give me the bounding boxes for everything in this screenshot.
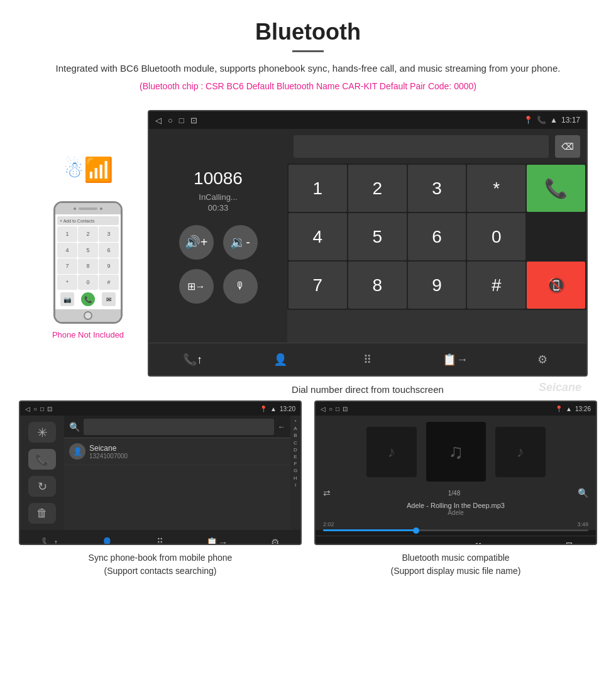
music-play-icon[interactable]: ⏸ bbox=[471, 540, 485, 545]
pb-alpha-a: A bbox=[294, 425, 297, 432]
numpad-key-7[interactable]: 7 bbox=[289, 262, 347, 309]
dialer-input-box[interactable] bbox=[294, 135, 549, 158]
pb-bluetooth-icon[interactable]: ✳ bbox=[28, 422, 56, 443]
pb-status-right: 📍 ▲ 13:20 bbox=[260, 405, 295, 412]
numpad-key-4[interactable]: 4 bbox=[289, 213, 347, 260]
pb-alpha-e: E bbox=[294, 453, 297, 460]
call-button[interactable]: 📞 bbox=[527, 165, 585, 212]
bottom-screenshots-area: ◁ ○ □ ⊡ 📍 ▲ 13:20 ✳ 📞 ↻ 🗑 bbox=[0, 400, 616, 580]
page-title: Bluetooth bbox=[13, 19, 603, 45]
search-music-icon[interactable]: 🔍 bbox=[578, 488, 588, 498]
pb-contact-item[interactable]: 👤 Seicane 13241007000 bbox=[64, 438, 290, 465]
music-time: 13:26 bbox=[575, 405, 591, 412]
progress-bar-track[interactable] bbox=[323, 529, 588, 531]
music-screenshot-block: ◁ ○ □ ⊡ 📍 ▲ 13:26 ♪ ♫ bbox=[314, 400, 597, 580]
phonebook-caption: Sync phone-book from mobile phone (Suppo… bbox=[19, 545, 302, 580]
music-status-bar: ◁ ○ □ ⊡ 📍 ▲ 13:26 bbox=[316, 402, 596, 416]
progress-times-row: 2:02 3:49 bbox=[323, 521, 588, 527]
car-main-screen: ◁ ○ □ ⊡ 📍 📞 ▲ 13:17 10086 InCalling... bbox=[148, 110, 588, 397]
bluetooth-icon: ☃ bbox=[63, 157, 84, 183]
bluetooth-symbol: 📶 bbox=[84, 156, 113, 184]
page-description: Integrated with BC6 Bluetooth module, su… bbox=[13, 61, 603, 76]
pb-nav-contacts[interactable]: 👤 bbox=[101, 537, 113, 545]
call-status-icon: 📞 bbox=[537, 116, 546, 124]
recents-icon: □ bbox=[179, 116, 184, 125]
dialer-input-row: ⌫ bbox=[287, 129, 586, 163]
numpad-key-0[interactable]: 0 bbox=[467, 213, 525, 260]
pb-contact-details: Seicane 13241007000 bbox=[89, 444, 285, 460]
status-right-icons: 📍 📞 ▲ 13:17 bbox=[524, 116, 580, 124]
pb-nav-bar: 📞↑ 👤 ⠿ 📋→ ⚙ bbox=[20, 530, 300, 545]
numpad-key-2[interactable]: 2 bbox=[348, 165, 407, 212]
pb-call-icon[interactable]: 📞 bbox=[28, 449, 56, 470]
music-note-right: ♪ bbox=[517, 443, 524, 461]
numpad-key-9[interactable]: 9 bbox=[408, 262, 466, 309]
pb-contact-avatar: 👤 bbox=[69, 443, 85, 460]
pb-nav-calls[interactable]: 📞↑ bbox=[41, 537, 58, 545]
numpad-key-3[interactable]: 3 bbox=[408, 165, 466, 212]
shuffle-icon[interactable]: ⇄ bbox=[323, 488, 331, 498]
volume-up-button[interactable]: 🔊+ bbox=[179, 225, 214, 260]
numpad-key-star[interactable]: * bbox=[467, 165, 525, 212]
nav-dialpad-icon[interactable]: ⠿ bbox=[352, 347, 383, 372]
music-note-left: ♪ bbox=[388, 443, 395, 461]
pb-nav-dialpad[interactable]: ⠿ bbox=[157, 537, 163, 545]
pb-contact-name: Seicane bbox=[89, 444, 285, 453]
dialer-area: 10086 InCalling... 00:33 🔊+ 🔉- ⊞→ 🎙 bbox=[149, 129, 586, 343]
pb-search-input[interactable] bbox=[84, 419, 274, 435]
dialer-controls-row2: ⊞→ 🎙 bbox=[179, 269, 258, 304]
pb-alpha-star: * bbox=[294, 418, 296, 425]
pb-search-row: 🔍 ← bbox=[64, 416, 290, 438]
pb-refresh-icon[interactable]: ↻ bbox=[28, 476, 56, 497]
music-artist: Adele bbox=[323, 509, 588, 516]
mute-button[interactable]: 🎙 bbox=[223, 269, 258, 304]
pb-alpha-g: G bbox=[294, 467, 297, 474]
pb-alpha-list: * A B C D E F G H I bbox=[290, 416, 300, 530]
status-time: 13:17 bbox=[561, 116, 580, 124]
music-android-screen: ◁ ○ □ ⊡ 📍 ▲ 13:26 ♪ ♫ bbox=[314, 400, 597, 545]
dialer-timer-display: 00:33 bbox=[208, 203, 229, 212]
nav-transfer-icon[interactable]: 📋→ bbox=[439, 347, 471, 372]
album-art-right: ♪ bbox=[495, 427, 546, 477]
pb-alpha-d: D bbox=[294, 446, 297, 453]
music-title: Adele - Rolling In the Deep.mp3 bbox=[323, 502, 588, 509]
numpad-key-hash[interactable]: # bbox=[467, 262, 525, 309]
track-info: 1/48 bbox=[448, 490, 460, 497]
nav-settings-icon[interactable]: ⚙ bbox=[527, 347, 558, 372]
phonebook-body: ✳ 📞 ↻ 🗑 🔍 ← 👤 Seicane bbox=[20, 416, 300, 530]
numpad-key-8[interactable]: 8 bbox=[348, 262, 407, 309]
dialer-number-display: 10086 bbox=[194, 168, 243, 189]
phonebook-left-sidebar: ✳ 📞 ↻ 🗑 bbox=[20, 416, 64, 530]
dialer-controls-row1: 🔊+ 🔉- bbox=[179, 225, 258, 260]
music-progress-area: 2:02 3:49 bbox=[316, 519, 596, 536]
numpad-key-1[interactable]: 1 bbox=[289, 165, 347, 212]
pb-alpha-h: H bbox=[294, 475, 297, 482]
nav-calls-icon[interactable]: 📞↑ bbox=[177, 347, 209, 372]
transfer-button[interactable]: ⊞→ bbox=[179, 269, 214, 304]
backspace-button[interactable]: ⌫ bbox=[555, 135, 580, 158]
location-icon: 📍 bbox=[524, 116, 533, 124]
numpad-key-5[interactable]: 5 bbox=[348, 213, 407, 260]
pb-alpha-b: B bbox=[294, 432, 297, 439]
phonebook-contact-list: 🔍 ← 👤 Seicane 13241007000 bbox=[64, 416, 290, 530]
hangup-button[interactable]: 📵 bbox=[527, 262, 585, 309]
nav-contacts-icon[interactable]: 👤 bbox=[265, 347, 296, 372]
music-home-icon: ○ bbox=[329, 405, 333, 412]
music-recents-icon: □ bbox=[336, 405, 339, 412]
phone-device: + Add to Contacts 123 456 789 *0# 📷 📞 ✉ bbox=[53, 201, 123, 324]
phone-not-included-label: Phone Not Included bbox=[52, 330, 124, 339]
pb-delete-icon[interactable]: 🗑 bbox=[28, 503, 56, 524]
numpad-grid: 1 2 3 * 📞 4 5 6 0 7 8 9 # 📵 bbox=[287, 163, 586, 310]
music-caption: Bluetooth music compatible (Support disp… bbox=[314, 545, 597, 580]
music-player-body: ♪ ♫ ♪ ⇄ 1/48 🔍 Adele - Rolling In the De… bbox=[316, 416, 596, 530]
phone-top-bar bbox=[55, 203, 121, 214]
pb-nav-transfer[interactable]: 📋→ bbox=[206, 537, 228, 545]
phonebook-android-screen: ◁ ○ □ ⊡ 📍 ▲ 13:20 ✳ 📞 ↻ 🗑 bbox=[19, 400, 302, 545]
pb-nav-settings[interactable]: ⚙ bbox=[271, 537, 279, 545]
volume-down-button[interactable]: 🔉- bbox=[223, 225, 258, 260]
dialer-left-panel: 10086 InCalling... 00:33 🔊+ 🔉- ⊞→ 🎙 bbox=[149, 129, 287, 343]
notification-icon: ⊡ bbox=[190, 116, 197, 125]
pb-alpha-i: I bbox=[295, 482, 296, 488]
numpad-key-6[interactable]: 6 bbox=[408, 213, 466, 260]
music-back-icon: ◁ bbox=[321, 405, 326, 412]
